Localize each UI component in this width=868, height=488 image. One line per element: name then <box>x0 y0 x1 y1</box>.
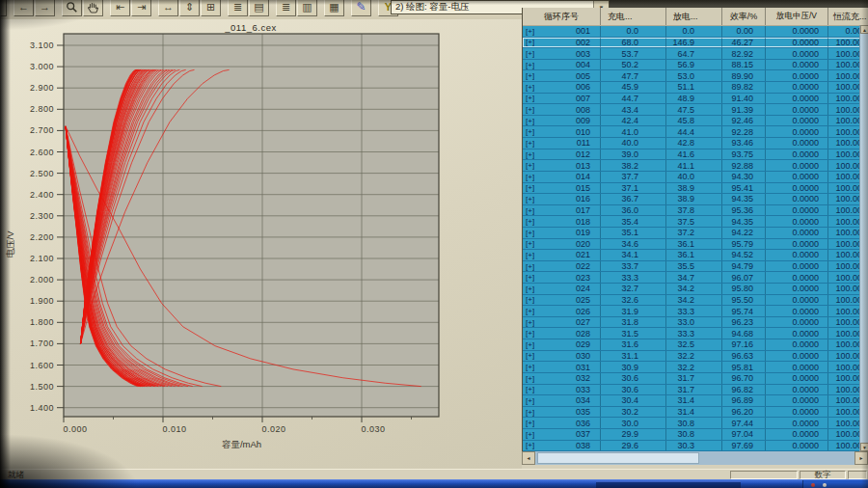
table-row[interactable]: [+]03330.631.796.820.0000100.00 <box>523 385 868 396</box>
data-table-2-button[interactable]: ▥ <box>297 0 317 16</box>
table-row[interactable]: [+]01239.041.693.750.0000100.00 <box>523 149 868 161</box>
scroll-down-icon[interactable]: ▼ <box>860 443 868 451</box>
row-expander[interactable]: [+] <box>526 295 534 304</box>
scrollbar-track[interactable] <box>535 451 854 465</box>
table-row[interactable]: [+]02631.933.395.740.0000100.00 <box>523 306 868 317</box>
active-task-button[interactable] <box>596 481 741 488</box>
row-expander[interactable]: [+] <box>526 139 534 148</box>
row-expander[interactable]: [+] <box>526 419 534 427</box>
table-row[interactable]: [+]01935.137.294.220.0000100.00 <box>523 228 868 239</box>
table-row[interactable]: [+]02333.334.796.070.0000100.00 <box>523 272 868 284</box>
col-header-6[interactable]: 恒流充... <box>828 8 868 25</box>
col-header-1[interactable]: 循环序号 <box>523 8 601 25</box>
windows-taskbar[interactable] <box>0 479 868 488</box>
stretch-x-button[interactable]: ⇥ <box>131 0 151 16</box>
grid-view-button[interactable]: ▦ <box>324 0 344 16</box>
table-row[interactable]: [+]03630.030.897.440.0000100.00 <box>523 418 868 429</box>
scroll-up-icon[interactable]: ▲ <box>860 25 868 34</box>
table-row[interactable]: [+]02034.636.195.790.0000100.00 <box>523 239 868 251</box>
row-expander[interactable]: [+] <box>526 318 534 327</box>
edit-button[interactable]: ✎ <box>351 0 371 16</box>
col-header-3[interactable]: 放电... <box>666 8 722 25</box>
data-list-1-button[interactable]: ≣ <box>228 0 248 16</box>
row-expander[interactable]: [+] <box>526 408 534 417</box>
row-expander[interactable]: [+] <box>526 61 534 69</box>
data-table-1-button[interactable]: ▤ <box>249 0 269 16</box>
row-expander[interactable]: [+] <box>526 27 534 36</box>
table-row[interactable]: [+]03130.932.295.810.0000100.00 <box>523 362 868 373</box>
row-expander[interactable]: [+] <box>526 329 534 338</box>
col-header-2[interactable]: 充电... <box>601 8 666 25</box>
row-expander[interactable]: [+] <box>526 206 534 215</box>
table-row[interactable]: [+]03729.930.897.040.0000100.00 <box>523 429 868 441</box>
table-row[interactable]: [+]03430.431.496.890.0000100.00 <box>523 395 868 407</box>
clipped-toolbar-button[interactable] <box>0 0 7 16</box>
scroll-left-icon[interactable]: ◄ <box>522 451 535 465</box>
table-row[interactable]: [+]01736.037.895.360.0000100.00 <box>523 205 868 217</box>
row-expander[interactable]: [+] <box>526 161 534 170</box>
tray-icon[interactable] <box>811 483 815 487</box>
row-expander[interactable]: [+] <box>526 273 534 282</box>
row-expander[interactable]: [+] <box>526 396 534 405</box>
row-expander[interactable]: [+] <box>526 307 534 315</box>
table-row[interactable]: [+]01835.437.594.350.0000100.00 <box>523 216 868 228</box>
table-row[interactable]: [+]02831.533.394.680.0000100.00 <box>523 328 868 339</box>
table-row[interactable]: [+]00547.753.089.900.0000100.00 <box>523 70 868 82</box>
row-expander[interactable]: [+] <box>526 49 534 58</box>
row-expander[interactable]: [+] <box>526 117 534 125</box>
row-expander[interactable]: [+] <box>526 351 534 360</box>
back-button[interactable]: ← <box>14 0 34 16</box>
table-row[interactable]: [+]01140.042.893.460.0000100.00 <box>523 138 868 149</box>
shrink-x-button[interactable]: ⇤ <box>110 0 130 16</box>
row-expander[interactable]: [+] <box>526 105 534 114</box>
row-expander[interactable]: [+] <box>526 127 534 136</box>
row-expander[interactable]: [+] <box>526 94 534 102</box>
table-row[interactable]: [+]02233.735.594.790.0000100.00 <box>523 261 868 273</box>
table-row[interactable]: [+]01537.138.995.410.0000100.00 <box>523 183 868 195</box>
row-expander[interactable]: [+] <box>526 441 534 449</box>
col-header-5[interactable]: 放电中压/V <box>766 8 828 25</box>
row-expander[interactable]: [+] <box>526 262 534 271</box>
table-row[interactable]: [+]00353.764.782.920.0000100.00 <box>523 48 868 60</box>
fit-all-button[interactable]: ⊞ <box>201 0 221 16</box>
table-row[interactable]: [+]03031.132.296.630.0000100.00 <box>523 351 868 363</box>
row-expander[interactable]: [+] <box>526 385 534 393</box>
vertical-scrollbar[interactable]: ▲ ▼ <box>859 25 868 451</box>
fit-height-button[interactable]: ⇕ <box>179 0 200 16</box>
forward-button[interactable]: → <box>35 0 55 16</box>
row-expander[interactable]: [+] <box>526 374 534 383</box>
row-expander[interactable]: [+] <box>526 285 534 293</box>
row-expander[interactable]: [+] <box>526 195 534 203</box>
row-expander[interactable]: [+] <box>526 251 534 259</box>
table-row[interactable]: [+]01636.738.994.350.0000100.00 <box>523 194 868 205</box>
system-tray[interactable] <box>802 480 868 488</box>
table-row[interactable]: [+]02931.632.597.160.0000100.00 <box>523 339 868 351</box>
row-expander[interactable]: [+] <box>526 217 534 226</box>
table-row[interactable]: [+]03230.631.796.700.0000100.00 <box>523 373 868 385</box>
pan-button[interactable] <box>83 0 103 16</box>
table-row[interactable]: [+]03829.630.397.690.0000100.00 <box>523 441 868 451</box>
row-expander[interactable]: [+] <box>526 340 534 349</box>
table-row[interactable]: [+]03530.231.496.200.0000100.00 <box>523 407 868 419</box>
table-row[interactable]: [+]02432.734.295.800.0000100.00 <box>523 284 868 295</box>
capacity-voltage-chart[interactable]: 3.1003.0002.9002.8002.7002.6002.5002.400… <box>0 19 522 469</box>
row-expander[interactable]: [+] <box>526 71 534 80</box>
zoom-button[interactable] <box>62 0 82 16</box>
scrollbar-thumb[interactable] <box>537 452 699 464</box>
table-row[interactable]: [+]00843.447.591.390.0000100.00 <box>523 104 868 116</box>
table-row[interactable]: [+]02134.136.194.520.0000100.00 <box>523 250 868 261</box>
table-row[interactable]: [+]01041.044.492.280.0000100.00 <box>523 126 868 138</box>
row-expander[interactable]: [+] <box>526 229 534 237</box>
fit-width-button[interactable]: ↔ <box>158 0 178 16</box>
table-row[interactable]: [+]00450.256.988.150.0000100.00 <box>523 60 868 71</box>
table-row[interactable]: [+]0010.00.00.000.00000.00 <box>523 26 868 38</box>
row-expander[interactable]: [+] <box>526 38 534 46</box>
table-row[interactable]: [+]00744.748.991.400.0000100.00 <box>523 94 868 105</box>
row-expander[interactable]: [+] <box>526 183 534 192</box>
row-expander[interactable]: [+] <box>526 363 534 371</box>
table-row[interactable]: [+]02532.634.295.500.0000100.00 <box>523 295 868 307</box>
table-row[interactable]: [+]00645.951.189.820.0000100.00 <box>523 82 868 94</box>
col-header-4[interactable]: 效率/% <box>722 8 766 25</box>
row-expander[interactable]: [+] <box>526 83 534 92</box>
row-expander[interactable]: [+] <box>526 173 534 181</box>
